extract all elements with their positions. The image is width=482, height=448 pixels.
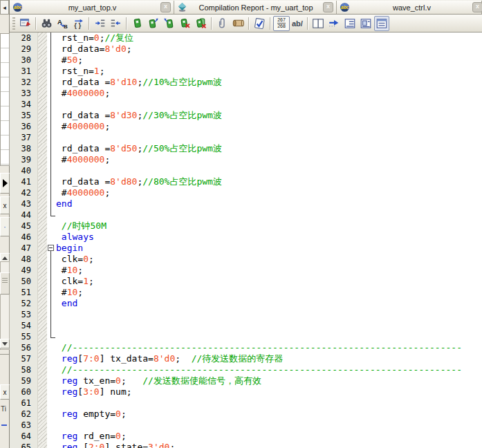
code-line-text[interactable]: rd_data =8'd50;//50%占空比pwm波 [55, 143, 482, 154]
gutter-margin[interactable] [37, 99, 47, 110]
code-line-text[interactable] [55, 398, 482, 409]
gutter-margin[interactable] [37, 143, 47, 154]
gutter-margin[interactable] [37, 32, 47, 44]
gutter-margin[interactable] [37, 342, 47, 353]
gutter-margin[interactable] [37, 55, 47, 66]
gutter-margin[interactable] [37, 409, 47, 420]
gutter-margin[interactable] [37, 154, 47, 165]
gutter-margin[interactable] [37, 420, 47, 431]
code-line-text[interactable]: clk=1; [55, 276, 482, 287]
gutter-margin[interactable] [37, 375, 47, 386]
code-line-text[interactable]: end [55, 198, 482, 209]
gutter-margin[interactable] [37, 386, 47, 398]
scrollbar-thumb[interactable] [0, 272, 10, 295]
code-line-text[interactable] [55, 320, 482, 331]
code-line-text[interactable]: rst_n=0;//复位 [55, 32, 482, 44]
code-line-text[interactable]: #4000000; [55, 187, 482, 198]
gutter-margin[interactable] [37, 66, 47, 77]
bookmark-toggle-button[interactable] [129, 16, 145, 31]
split-window-button[interactable] [310, 16, 326, 31]
code-line-text[interactable]: reg rd_en=0; [55, 431, 482, 442]
spellcheck-button[interactable] [252, 16, 267, 31]
code-line-text[interactable]: #10; [55, 265, 482, 276]
gutter-margin[interactable] [37, 209, 47, 221]
code-line-text[interactable] [55, 165, 482, 176]
code-line-text[interactable]: //--------------------------------------… [55, 364, 482, 375]
code-line-text[interactable]: begin [55, 243, 482, 254]
match-brackets-button[interactable]: { } [71, 16, 86, 31]
gutter-margin[interactable] [37, 221, 47, 232]
tab-my-uart-top[interactable]: abc my_uart_top.v x [10, 1, 174, 14]
code-line-text[interactable]: reg [2:0] state=3'd0; [55, 442, 482, 448]
code-line-text[interactable] [55, 132, 482, 143]
code-line-text[interactable]: end [55, 298, 482, 309]
gutter-margin[interactable] [37, 198, 47, 209]
find-button[interactable] [39, 16, 54, 31]
tab-close-icon[interactable]: x [472, 2, 482, 12]
tab-close-icon[interactable]: x [160, 2, 171, 12]
code-line-text[interactable] [55, 420, 482, 431]
gutter-margin[interactable] [37, 353, 47, 364]
code-line-text[interactable]: clk=0; [55, 254, 482, 265]
code-line-text[interactable]: #10; [55, 287, 482, 298]
code-line-text[interactable]: //--------------------------------------… [55, 342, 482, 353]
goto-location-button[interactable] [326, 16, 342, 31]
code-line-text[interactable]: #4000000; [55, 121, 482, 132]
view-output-lines-button[interactable] [342, 16, 358, 31]
gutter-margin[interactable] [37, 265, 47, 276]
code-line-text[interactable]: rst_n=1; [55, 66, 482, 77]
unindent-button[interactable] [108, 16, 123, 31]
syntax-coloring-button[interactable]: ab/ [290, 19, 304, 28]
bookmark-clear-all-button[interactable] [193, 16, 208, 31]
tab-close-icon[interactable]: x [323, 2, 333, 12]
gutter-margin[interactable] [37, 287, 47, 298]
gutter-margin[interactable] [37, 121, 47, 132]
gutter-margin[interactable] [37, 187, 47, 198]
gutter-margin[interactable] [37, 110, 47, 121]
panel-close-button[interactable]: x [0, 196, 10, 214]
code-line-text[interactable] [55, 331, 482, 342]
indent-button[interactable] [92, 16, 107, 31]
panel-expand-button[interactable] [0, 173, 10, 194]
toolbar-drag-handle[interactable] [12, 17, 15, 30]
gutter-margin[interactable] [37, 276, 47, 287]
line-number-indicator[interactable]: 267 268 [273, 16, 290, 31]
code-line-text[interactable]: rd_data =8'd30;//30%占空比pwm波 [55, 110, 482, 121]
code-line-text[interactable] [55, 209, 482, 221]
bookmark-prev-button[interactable] [161, 16, 176, 31]
gutter-margin[interactable] [37, 298, 47, 309]
editor-dock-button[interactable] [17, 16, 33, 31]
gutter-margin[interactable] [37, 309, 47, 320]
gutter-margin[interactable] [37, 165, 47, 176]
gutter-margin[interactable] [37, 364, 47, 375]
code-line-text[interactable]: reg[3:0] num; [55, 386, 482, 398]
gutter-margin[interactable] [37, 88, 47, 99]
gutter-margin[interactable] [37, 442, 47, 448]
gutter-margin[interactable] [37, 431, 47, 442]
gutter-margin[interactable] [37, 243, 47, 254]
scroll-down-button[interactable] [0, 339, 10, 348]
code-line-text[interactable]: rd_data=8'd0; [55, 44, 482, 55]
code-line-text[interactable]: reg empty=0; [55, 409, 482, 420]
code-line-text[interactable]: always [55, 232, 482, 243]
view-inline-page-button[interactable] [358, 16, 373, 31]
gutter-margin[interactable] [37, 320, 47, 331]
code-line-text[interactable]: //时钟50M [55, 221, 482, 232]
templates-button[interactable] [230, 16, 245, 31]
panel-dot-button[interactable]: · [0, 217, 10, 236]
code-line-text[interactable] [55, 309, 482, 320]
code-editor[interactable]: 28 rst_n=0;//复位29 rd_data=8'd0;30 #50;31… [10, 32, 482, 448]
fold-collapse-icon[interactable] [48, 245, 54, 251]
gutter-margin[interactable] [37, 331, 47, 342]
gutter-margin[interactable] [37, 398, 47, 409]
bookmark-clear-button[interactable] [177, 16, 192, 31]
gutter-margin[interactable] [37, 232, 47, 243]
code-line-text[interactable] [55, 99, 482, 110]
code-line-text[interactable]: reg tx_en=0; //发送数据使能信号，高有效 [55, 375, 482, 386]
tab-scroll-left-button[interactable]: ◂ [0, 0, 9, 15]
code-line-text[interactable]: rd_data =8'd80;//80%占空比pwm波 [55, 176, 482, 187]
tab-wave-ctrl[interactable]: abc wave_ctrl.v x [337, 1, 482, 14]
gutter-margin[interactable] [37, 254, 47, 265]
gutter-margin[interactable] [37, 132, 47, 143]
replace-button[interactable]: A B [55, 16, 70, 31]
